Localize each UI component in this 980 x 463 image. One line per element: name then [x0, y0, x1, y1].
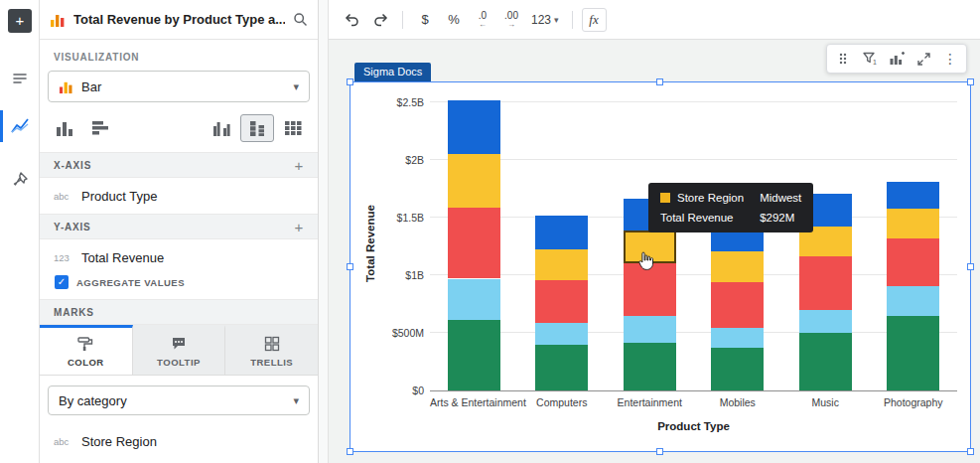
resize-handle[interactable]	[656, 448, 663, 455]
bar-segment[interactable]	[535, 249, 588, 279]
chart-element[interactable]: Total Revenue $0$500M$1B$1.5B$2B$2.5B Ar…	[350, 81, 971, 452]
bar-segment[interactable]	[624, 316, 676, 343]
color-by-value: By category	[59, 393, 127, 408]
bar-segment[interactable]	[887, 238, 939, 286]
field-type-tag: 123	[54, 252, 73, 263]
bar-segment[interactable]	[711, 282, 764, 328]
currency-format-button[interactable]: $	[412, 7, 438, 33]
formula-button[interactable]: fx	[582, 8, 607, 32]
color-by-select[interactable]: By category ▾	[48, 386, 310, 415]
left-rail: +	[0, 0, 40, 463]
tab-tooltip[interactable]: TOOLTIP	[133, 325, 226, 375]
svg-text:1: 1	[873, 59, 877, 66]
tab-trellis[interactable]: TRELLIS	[225, 325, 318, 375]
aggregate-checkbox[interactable]: ✓	[55, 275, 69, 289]
bar-segment[interactable]	[448, 100, 500, 155]
resize-handle[interactable]	[967, 263, 974, 270]
bar-segment[interactable]	[448, 154, 500, 207]
bar-segment[interactable]	[448, 208, 500, 279]
y-tick-label: $0	[412, 385, 424, 396]
stacked-bar-button[interactable]	[240, 114, 274, 142]
bar-segment[interactable]	[887, 316, 939, 390]
add-child-element-button[interactable]	[884, 46, 910, 72]
drag-handle[interactable]	[830, 46, 856, 72]
filter-button[interactable]: 1	[857, 46, 883, 72]
bar-segment[interactable]	[535, 280, 588, 323]
viz-type-select[interactable]: Bar ▾	[48, 71, 310, 102]
bar-segment[interactable]	[799, 256, 852, 310]
bar-segment[interactable]	[799, 310, 852, 333]
resize-handle[interactable]	[347, 448, 353, 455]
x-tick-label: Mobiles	[694, 396, 782, 408]
visualizations-button[interactable]	[7, 113, 33, 139]
connections-button[interactable]	[7, 167, 33, 193]
x-tick-label: Photography	[870, 396, 958, 408]
grouped-bar-button[interactable]	[205, 114, 238, 142]
tooltip-row-label: Total Revenue	[660, 212, 744, 224]
plot-area	[430, 95, 957, 391]
panel-scrollbar-gutter[interactable]	[319, 0, 329, 463]
gridline	[430, 101, 957, 102]
maximize-button[interactable]	[910, 46, 936, 72]
resize-handle[interactable]	[967, 78, 974, 85]
app-window: + Total Revenue by Produc	[0, 0, 980, 463]
bar-segment[interactable]	[887, 286, 939, 316]
resize-handle[interactable]	[347, 78, 353, 85]
horizontal-bar-icon	[91, 120, 109, 136]
color-field[interactable]: abc Store Region	[40, 423, 318, 459]
decrease-decimal-button[interactable]: .0←	[470, 7, 495, 33]
number-format-dropdown[interactable]: 123 ▾	[527, 7, 563, 33]
bar-chart-doc-icon	[50, 12, 66, 28]
tooltip-row-value: $292M	[760, 212, 801, 224]
x-axis-field[interactable]: abc Product Type	[40, 178, 318, 214]
resize-handle[interactable]	[967, 448, 974, 455]
drag-handle-icon	[836, 52, 850, 66]
y-axis-add-button[interactable]: +	[294, 219, 304, 235]
search-icon[interactable]	[293, 12, 308, 27]
resize-handle[interactable]	[347, 263, 353, 270]
bar-segment[interactable]	[535, 323, 588, 345]
column-chart-icon	[56, 120, 73, 136]
bar-segment[interactable]	[448, 320, 500, 390]
page-badge[interactable]: Sigma Docs	[354, 63, 431, 81]
bar-segment[interactable]	[887, 209, 939, 238]
filter-icon: 1	[862, 51, 878, 67]
resize-handle[interactable]	[656, 78, 663, 85]
bar-segment[interactable]	[535, 345, 588, 390]
tab-color[interactable]: COLOR	[40, 325, 133, 375]
chevron-down-icon: ▾	[293, 80, 299, 93]
horizontal-bar-button[interactable]	[83, 114, 117, 142]
element-menu-button[interactable]: ⋮	[937, 46, 963, 72]
redo-button[interactable]	[367, 7, 393, 33]
y-axis-section: Y-AXIS +	[40, 214, 318, 239]
undo-button[interactable]	[339, 7, 364, 33]
visualization-section-label: VISUALIZATION	[40, 40, 318, 69]
marks-section: MARKS	[40, 299, 318, 325]
column-chart-button[interactable]	[48, 114, 81, 142]
percent-format-button[interactable]: %	[441, 7, 467, 33]
bar-segment[interactable]	[711, 348, 764, 390]
bar-segment[interactable]	[535, 216, 588, 250]
page-outline-button[interactable]	[7, 66, 33, 91]
y-axis-field[interactable]: 123 Total Revenue	[40, 239, 318, 275]
bar-segment[interactable]	[711, 328, 764, 348]
workbook-canvas[interactable]: Sigma Docs 1	[329, 40, 980, 463]
add-element-button[interactable]: +	[8, 9, 32, 33]
x-axis-section: X-AXIS +	[40, 152, 318, 178]
percent-stacked-bar-button[interactable]	[276, 114, 310, 142]
bar-viz-icon	[59, 79, 73, 94]
bar-segment[interactable]	[711, 251, 764, 282]
marks-label: MARKS	[54, 307, 94, 318]
hover-tooltip: Store Region Midwest Total Revenue $292M	[648, 183, 813, 232]
bar-segment[interactable]	[624, 343, 676, 390]
tab-label: COLOR	[68, 357, 104, 368]
x-axis-add-button[interactable]: +	[294, 157, 304, 174]
active-rail-indicator	[0, 110, 3, 142]
bar-segment[interactable]	[887, 182, 939, 209]
workbook-title: Total Revenue by Product Type a...	[73, 12, 285, 27]
gridline	[430, 159, 957, 160]
line-chart-icon	[10, 116, 30, 136]
increase-decimal-button[interactable]: .00→	[498, 7, 524, 33]
bar-segment[interactable]	[448, 279, 500, 321]
bar-segment[interactable]	[799, 333, 852, 390]
